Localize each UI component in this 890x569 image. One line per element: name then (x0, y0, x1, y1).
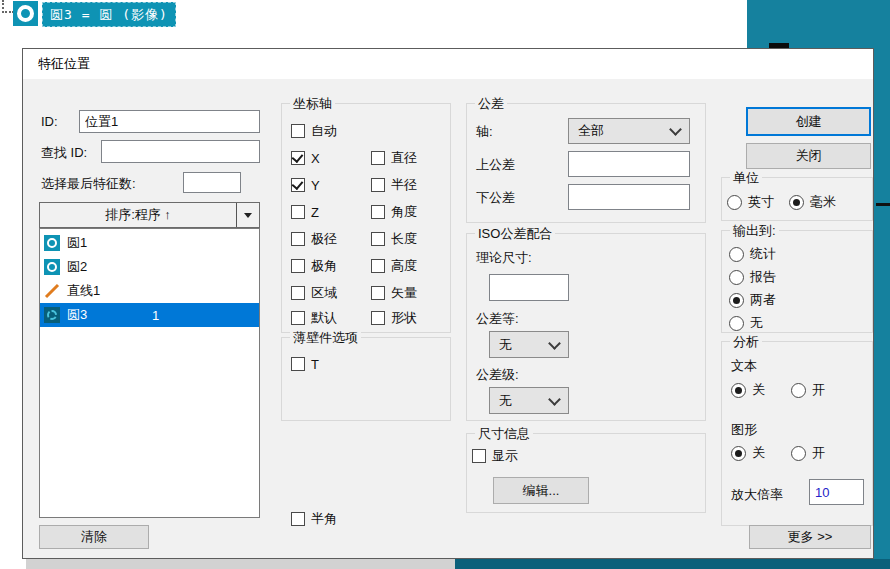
window-edge (26, 559, 455, 569)
create-button[interactable]: 创建 (746, 107, 871, 136)
sort-header[interactable]: 排序:程序 ↑ (39, 202, 260, 228)
graphic-label: 图形 (731, 421, 757, 439)
checkbox-height[interactable]: 高度 (371, 257, 417, 275)
tolerance-grade-value: 无 (499, 336, 512, 354)
feature-name: 圆2 (67, 258, 87, 276)
cad-geometry-line (876, 203, 890, 206)
lower-tolerance-label: 下公差 (476, 189, 515, 207)
circle-feature-icon (44, 259, 60, 275)
checkbox-half-angle[interactable]: 半角 (291, 510, 337, 528)
feature-location-dialog: 特征位置 ID: 查找 ID: 选择最后特征数: 排序:程序 ↑ 圆1 圆2 (22, 48, 874, 559)
last-feature-count-input[interactable] (183, 172, 241, 193)
feature-name: 圆1 (67, 234, 87, 252)
analysis-group-title: 分析 (730, 333, 762, 351)
last-feature-count-label: 选择最后特征数: (41, 175, 136, 193)
id-input[interactable] (79, 110, 260, 133)
radio-mm[interactable]: 毫米 (789, 193, 836, 211)
sort-header-label: 排序:程序 ↑ (40, 203, 236, 227)
checkbox-x[interactable]: X (291, 149, 320, 167)
radio-none[interactable]: 无 (729, 314, 763, 332)
text-label: 文本 (731, 357, 757, 375)
checkbox-polar-angle[interactable]: 极角 (291, 257, 337, 275)
radio-text-on[interactable]: 开 (791, 381, 825, 399)
upper-tolerance-input[interactable] (568, 151, 690, 177)
radio-inch[interactable]: 英寸 (727, 193, 774, 211)
feature-name: 圆3 (67, 306, 87, 324)
chevron-down-icon (244, 213, 252, 218)
chevron-down-icon (548, 393, 561, 406)
tolerance-class-dropdown[interactable]: 无 (489, 387, 569, 414)
dimension-info-group-title: 尺寸信息 (475, 425, 533, 443)
screen: 圆3 = 圆 (影像) 特征位置 ID: 查找 ID: 选择最后特征数: 排序:… (0, 0, 890, 569)
radio-report[interactable]: 报告 (729, 268, 776, 286)
checkbox-auto[interactable]: 自动 (291, 122, 337, 140)
axes-group-title: 坐标轴 (290, 95, 335, 113)
nominal-size-input[interactable] (489, 274, 569, 301)
cad-viewport-bottom (455, 559, 890, 569)
checkbox-length[interactable]: 长度 (371, 230, 417, 248)
chevron-down-icon (669, 123, 682, 136)
lower-tolerance-input[interactable] (568, 184, 690, 210)
tolerance-class-value: 无 (499, 392, 512, 410)
sort-dropdown-button[interactable] (236, 203, 259, 227)
find-id-label: 查找 ID: (41, 144, 87, 162)
feature-extra: 1 (152, 308, 159, 323)
magnification-input[interactable] (809, 479, 864, 505)
more-button[interactable]: 更多 >> (749, 525, 871, 549)
units-group-title: 单位 (730, 169, 762, 187)
checkbox-area[interactable]: 区域 (291, 284, 337, 302)
dialog-title: 特征位置 (23, 49, 873, 79)
thin-wall-group: 薄壁件选项 (281, 337, 451, 421)
circle-feature-icon (44, 235, 60, 251)
radio-both[interactable]: 两者 (729, 291, 776, 309)
tolerance-grade-dropdown[interactable]: 无 (489, 331, 569, 358)
circle-feature-icon (13, 1, 38, 26)
list-item[interactable]: 圆1 (40, 231, 259, 255)
radio-graphic-on[interactable]: 开 (791, 444, 825, 462)
checkbox-y[interactable]: Y (291, 176, 320, 194)
axis-dropdown[interactable]: 全部 (568, 118, 690, 144)
checkbox-show[interactable]: 显示 (472, 447, 518, 465)
checkbox-diameter[interactable]: 直径 (371, 149, 417, 167)
clear-button[interactable]: 清除 (39, 525, 149, 549)
tolerance-grade-label: 公差等: (476, 310, 519, 328)
list-item[interactable]: 直线1 (40, 279, 259, 303)
checkbox-vector[interactable]: 矢量 (371, 284, 417, 302)
checkbox-angle[interactable]: 角度 (371, 203, 417, 221)
tolerance-group-title: 公差 (475, 95, 507, 113)
nominal-size-label: 理论尺寸: (476, 249, 532, 267)
find-id-input[interactable] (101, 140, 260, 163)
line-feature-icon (44, 283, 60, 299)
checkbox-polar-radius[interactable]: 极径 (291, 230, 337, 248)
edit-button[interactable]: 编辑... (493, 477, 589, 504)
iso-fit-group-title: ISO公差配合 (475, 225, 555, 243)
edit-window-command-line[interactable]: 圆3 = 圆 (影像) (42, 2, 176, 27)
radio-text-off[interactable]: 关 (731, 381, 765, 399)
dashed-circle-feature-icon (44, 307, 60, 323)
magnification-label: 放大倍率 (731, 486, 783, 504)
axis-dropdown-value: 全部 (578, 122, 604, 140)
chevron-down-icon (548, 337, 561, 350)
thin-wall-group-title: 薄壁件选项 (290, 329, 361, 347)
checkbox-t[interactable]: T (291, 355, 319, 373)
checkbox-default[interactable]: 默认 (291, 309, 337, 327)
feature-list[interactable]: 圆1 圆2 直线1 圆3 1 (39, 228, 260, 518)
list-item[interactable]: 圆2 (40, 255, 259, 279)
checkbox-z[interactable]: Z (291, 203, 319, 221)
id-label: ID: (41, 114, 58, 129)
list-item[interactable]: 圆3 1 (40, 303, 259, 327)
radio-graphic-off[interactable]: 关 (731, 444, 765, 462)
upper-tolerance-label: 上公差 (476, 156, 515, 174)
checkbox-shape[interactable]: 形状 (371, 309, 417, 327)
checkbox-radius[interactable]: 半径 (371, 176, 417, 194)
axis-label: 轴: (476, 123, 493, 141)
feature-name: 直线1 (67, 282, 100, 300)
output-group-title: 输出到: (730, 222, 779, 240)
tolerance-class-label: 公差级: (476, 366, 519, 384)
close-button[interactable]: 关闭 (746, 143, 871, 169)
radio-stats[interactable]: 统计 (729, 245, 776, 263)
